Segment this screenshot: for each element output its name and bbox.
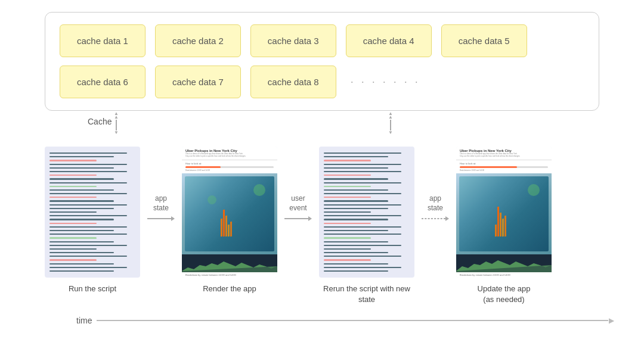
cache-item-5: cache data 5 (441, 24, 527, 57)
connector-3: appstate (414, 147, 456, 221)
script-mockup-2 (319, 147, 414, 278)
cache-box: cache data 1 cache data 2 cache data 3 c… (45, 12, 599, 111)
app-mockup-2: Uber Pickups in New York City This is a … (456, 147, 552, 278)
cache-item-7: cache data 7 (155, 66, 241, 98)
cache-arrow-1: ▲ ▼ (114, 111, 119, 135)
connector-3-arrow (422, 216, 449, 221)
step-2: Uber Pickups in New York City This is a … (182, 147, 277, 294)
cache-item-4: cache data 4 (346, 24, 432, 57)
step-4: Uber Pickups in New York City This is a … (456, 147, 552, 305)
cache-arrow-2: ▲ ▼ (388, 111, 393, 135)
connector-2-arrow (284, 216, 312, 221)
step-3-label: Rerun the script with new state (319, 284, 414, 305)
connector-3-label: appstate (428, 194, 443, 213)
script-mockup-1 (45, 147, 140, 278)
step-1-label: Run the script (69, 284, 116, 294)
connector-1: appstate (140, 147, 182, 221)
connector-2-label: userevent (289, 194, 306, 213)
step-4-label: Update the app (as needed) (478, 284, 531, 305)
cache-row-2: cache data 6 cache data 7 cache data 8 ·… (60, 66, 584, 98)
cache-item-8: cache data 8 (250, 66, 336, 98)
cache-item-3: cache data 3 (250, 24, 336, 57)
cache-label: Cache (88, 117, 112, 126)
cache-item-1: cache data 1 (60, 24, 145, 57)
flow-wrapper: Run the script appstate Uber Pickups in … (45, 147, 599, 305)
time-axis: time (76, 316, 608, 325)
step-2-label: Render the app (203, 284, 256, 294)
step-1: Run the script (45, 147, 140, 294)
app-mockup-1: Uber Pickups in New York City This is a … (182, 147, 277, 278)
connector-1-arrow (147, 216, 175, 221)
time-label: time (76, 316, 92, 325)
cache-item-6: cache data 6 (60, 66, 145, 98)
cache-dots: · · · · · · · (346, 76, 420, 88)
cache-row-1: cache data 1 cache data 2 cache data 3 c… (60, 24, 584, 57)
time-arrow (97, 320, 608, 321)
cache-item-2: cache data 2 (155, 24, 241, 57)
connector-1-label: appstate (153, 194, 169, 213)
connector-2: userevent (277, 147, 319, 221)
step-3: Rerun the script with new state (319, 147, 414, 305)
